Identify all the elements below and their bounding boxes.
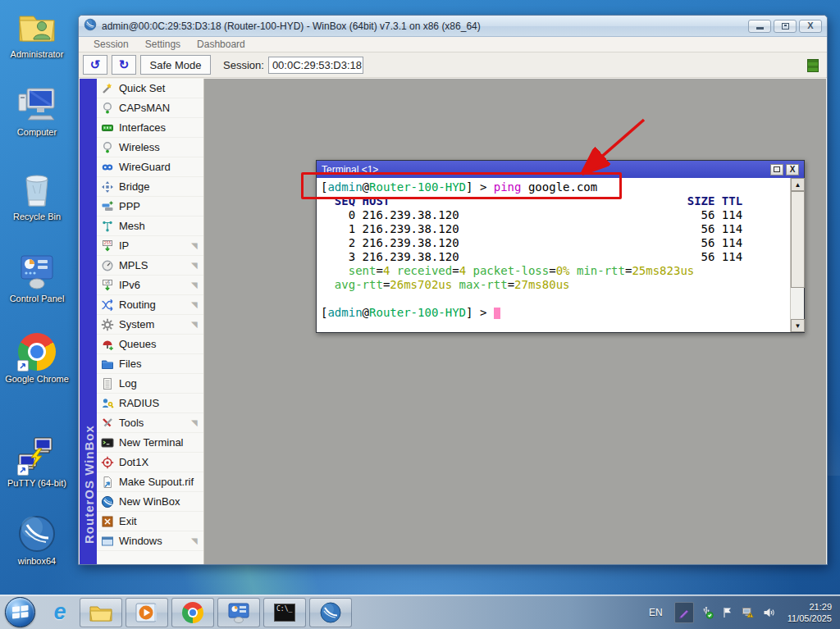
taskbar-ie-button[interactable]: e xyxy=(42,598,78,627)
network-warning-icon[interactable] xyxy=(741,605,756,620)
sidebar-item-exit[interactable]: Exit xyxy=(97,512,203,531)
terminal-output[interactable]: [admin@Router-100-HYD] > ping google.com… xyxy=(317,178,790,332)
sidebar-item-make-supout-rif[interactable]: Make Supout.rif xyxy=(97,472,203,492)
desktop-icon-computer[interactable]: Computer xyxy=(3,84,71,138)
winbox-app-icon xyxy=(84,18,97,34)
sidebar-item-radius[interactable]: RADIUS xyxy=(97,394,203,413)
media-player-icon xyxy=(135,602,158,623)
sidebar-item-tools[interactable]: Tools◥ xyxy=(97,413,203,433)
submenu-arrow-icon: ◥ xyxy=(191,261,199,270)
sidebar-item-windows[interactable]: Windows◥ xyxy=(97,531,203,551)
terminal-line: 3 216.239.38.120 56 114 xyxy=(321,250,790,264)
taskbar-cmd-button[interactable]: C:\_ xyxy=(263,598,306,627)
admin-folder-icon xyxy=(16,7,57,48)
taskbar-media-player-button[interactable] xyxy=(126,598,168,627)
sidebar-item-label: Exit xyxy=(119,515,199,527)
pen-icon[interactable] xyxy=(674,602,694,623)
sidebar-item-ip[interactable]: 255IP◥ xyxy=(97,236,203,256)
chrome-icon xyxy=(182,602,203,623)
sidebar-item-label: MPLS xyxy=(119,259,186,271)
sidebar-item-files[interactable]: Files xyxy=(97,354,203,374)
safe-mode-button[interactable]: Safe Mode xyxy=(140,55,211,75)
sidebar-item-ipv6[interactable]: v6IPv6◥ xyxy=(97,276,203,295)
sidebar-item-interfaces[interactable]: Interfaces xyxy=(97,118,203,138)
ie-icon: e xyxy=(53,599,66,625)
wireguard-icon xyxy=(101,161,114,174)
clock[interactable]: 21:29 11/05/2025 xyxy=(783,601,832,624)
desktop-icon-control-panel[interactable]: Control Panel xyxy=(3,251,71,304)
sidebar-item-capsman[interactable]: CAPsMAN xyxy=(97,98,203,118)
winbox-sidebar: Quick SetCAPsMANInterfacesWirelessWireGu… xyxy=(97,79,204,564)
sidebar-item-label: System xyxy=(119,318,186,330)
scroll-up-button[interactable]: ▲ xyxy=(791,178,805,191)
redo-button[interactable]: ↻ xyxy=(112,55,136,75)
recycle-bin-icon xyxy=(16,169,57,210)
taskbar-chrome-button[interactable] xyxy=(171,598,214,627)
sidebar-item-label: Tools xyxy=(119,417,186,429)
control-panel-icon xyxy=(228,602,249,623)
scrollbar-thumb[interactable] xyxy=(791,191,805,288)
interfaces-icon xyxy=(101,121,114,134)
desktop-icon-google-chrome[interactable]: Google Chrome xyxy=(3,331,71,385)
session-input[interactable]: 00:0C:29:53:D3:18 xyxy=(268,57,363,74)
menu-session[interactable]: Session xyxy=(87,38,135,51)
volume-icon[interactable] xyxy=(761,605,776,620)
desktop-icon-recycle-bin[interactable]: Recycle Bin xyxy=(3,169,71,222)
start-button[interactable] xyxy=(5,597,35,627)
usb-icon[interactable] xyxy=(700,605,714,620)
mpls-icon xyxy=(101,259,114,272)
sidebar-item-label: New Terminal xyxy=(119,436,199,449)
terminal-cursor xyxy=(494,308,500,319)
terminal-maximize-button[interactable] xyxy=(770,164,783,175)
minimize-button[interactable] xyxy=(748,20,771,33)
submenu-arrow-icon: ◥ xyxy=(191,320,199,329)
winbox-title-bar[interactable]: admin@00:0C:29:53:D3:18 (Router-100-HYD)… xyxy=(79,16,827,37)
menu-dashboard[interactable]: Dashboard xyxy=(190,38,252,51)
scroll-down-button[interactable]: ▼ xyxy=(791,319,805,332)
sidebar-item-mpls[interactable]: MPLS◥ xyxy=(97,256,203,276)
sidebar-item-system[interactable]: System◥ xyxy=(97,315,203,335)
sidebar-item-bridge[interactable]: Bridge xyxy=(97,177,203,197)
sidebar-item-new-winbox[interactable]: New WinBox xyxy=(97,492,203,512)
terminal-window-title: Terminal <1> xyxy=(322,164,768,175)
terminal-close-button[interactable]: X xyxy=(786,164,799,175)
flag-icon[interactable] xyxy=(720,605,735,620)
terminal-line: avg-rtt=26ms702us max-rtt=27ms80us xyxy=(321,278,790,292)
terminal-title-bar[interactable]: Terminal <1> X xyxy=(317,161,804,178)
control-panel-icon xyxy=(16,251,57,292)
sidebar-item-ppp[interactable]: PPP xyxy=(97,197,203,217)
terminal-scrollbar[interactable]: ▲ ▼ xyxy=(790,178,804,332)
sidebar-item-dot1x[interactable]: Dot1X xyxy=(97,453,203,472)
sidebar-item-label: New WinBox xyxy=(119,495,199,508)
taskbar-control-panel-button[interactable] xyxy=(217,598,260,627)
desktop-icon-administrator[interactable]: Administrator xyxy=(3,7,71,60)
sidebar-item-label: Mesh xyxy=(119,220,199,232)
sidebar-item-new-terminal[interactable]: New Terminal xyxy=(97,433,203,453)
desktop-icon-label: Google Chrome xyxy=(3,374,71,385)
taskbar-winbox-button[interactable] xyxy=(309,598,352,627)
terminal-line: sent=4 received=4 packet-loss=0% min-rtt… xyxy=(321,264,790,278)
sidebar-item-routing[interactable]: Routing◥ xyxy=(97,295,203,315)
undo-button[interactable]: ↺ xyxy=(83,55,107,75)
desktop-icon-winbox64[interactable]: winbox64 xyxy=(3,513,71,567)
connection-health-icon[interactable] xyxy=(807,59,819,72)
system-gear-icon xyxy=(101,318,114,331)
folder-icon xyxy=(89,603,112,622)
submenu-arrow-icon: ◥ xyxy=(191,241,199,250)
bridge-icon xyxy=(101,180,114,194)
sidebar-item-log[interactable]: Log xyxy=(97,374,203,394)
desktop-icon-putty-64-bit-[interactable]: PuTTY (64-bit) xyxy=(3,435,71,489)
submenu-arrow-icon: ◥ xyxy=(191,300,199,309)
language-indicator[interactable]: EN xyxy=(644,605,668,620)
menu-settings[interactable]: Settings xyxy=(139,38,187,51)
windows-menu-icon xyxy=(101,535,114,548)
taskbar-explorer-button[interactable] xyxy=(80,598,122,627)
sidebar-item-mesh[interactable]: Mesh xyxy=(97,217,203,236)
close-button[interactable]: X xyxy=(799,20,822,33)
sidebar-item-queues[interactable]: Queues xyxy=(97,335,203,354)
sidebar-item-wireguard[interactable]: WireGuard xyxy=(97,157,203,177)
sidebar-item-quick-set[interactable]: Quick Set xyxy=(97,79,203,98)
sidebar-item-label: WireGuard xyxy=(119,161,199,173)
sidebar-item-wireless[interactable]: Wireless xyxy=(97,138,203,157)
maximize-button[interactable] xyxy=(774,20,797,33)
